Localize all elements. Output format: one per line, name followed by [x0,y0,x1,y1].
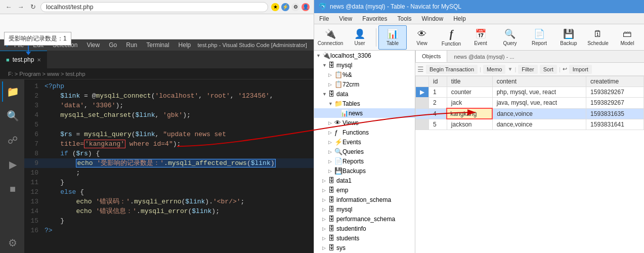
menu-help[interactable]: Help [448,13,471,24]
menu-view[interactable]: View [82,39,104,51]
tree-item-performance-schema[interactable]: ▷ 🗄 performance_schema [314,214,415,224]
toolbar-schedule[interactable]: 🗓 Schedule [584,25,612,50]
tree-item-views[interactable]: ▷ 👁 Views [314,118,415,128]
sort-btn[interactable]: Sort [540,65,557,74]
toolbar-view[interactable]: 👁 View [408,25,436,50]
tree-item-emp[interactable]: ▷ 🗄 emp [314,185,415,195]
tab-news-data[interactable]: news @data (mysql) - ... [447,51,521,62]
memo-btn[interactable]: Memo [483,65,506,74]
menu-terminal[interactable]: Terminal [142,39,173,51]
table-row-selected[interactable]: 4 kangkang dance,voince 1593831635 [416,108,644,119]
tree-label: Views [342,119,413,126]
tab-testphp[interactable]: ■ test.php ✕ [0,51,47,68]
tree-label: sys [336,244,413,251]
url-bar[interactable] [40,2,268,12]
menu-go[interactable]: Go [105,39,121,51]
cell-content: dance,voince [492,119,586,130]
table-icon: 📋 [334,80,342,88]
event-icon: ⚡ [334,138,342,146]
arrow-icon: ▷ [322,188,328,193]
tree-label: emp [336,187,413,194]
toolbar-user[interactable]: 👤 User [346,25,374,50]
arrow-icon: ▷ [322,197,328,202]
forward-button[interactable]: → [16,3,25,12]
menu-tools[interactable]: Tools [393,13,417,24]
tree-item-studentinfo[interactable]: ▷ 🗄 studentinfo [314,224,415,233]
tree-item-functions[interactable]: ▷ ƒ Functions [314,128,415,137]
db-icon: 🗄 [328,234,336,242]
toolbar-model[interactable]: 🗃 Model [613,25,641,50]
tree-item-mysql[interactable]: ▼ 🗄 mysql [314,60,415,70]
toolbar-backup[interactable]: 💾 Backup [554,25,583,50]
debug-icon[interactable]: ▶ [2,154,22,175]
toolbar-query[interactable]: 🔍 Query [496,25,524,50]
toolbar-event-label: Event [474,40,487,46]
import-btn[interactable]: Import [569,65,592,74]
tree-label: data [336,91,413,98]
cell-content: java, mysql, vue, react [492,98,586,109]
tree-item-percent[interactable]: ▷ 📋 %& [314,70,415,79]
toolbar-query-label: Query [503,40,517,46]
tree-item-news[interactable]: 📊 news [314,108,415,118]
begin-transaction-btn[interactable]: Begin Transaction [426,65,478,74]
toolbar-schedule-label: Schedule [587,40,609,46]
code-line-3: 3 'data', '3306'); [24,101,314,110]
tree-item-sys[interactable]: ▷ 🗄 sys [314,243,415,252]
data-table-container[interactable]: id title content createtime ▶ 1 counter … [415,76,644,253]
navicat-tree[interactable]: ▼ 🔌 localhost_3306 ▼ 🗄 mysql ▷ 📋 %& ▷ 📋 … [314,51,415,253]
extensions-icon[interactable]: ■ [2,179,22,199]
toolbar-report[interactable]: 📄 Report [525,25,553,50]
arrow-icon: ▷ [322,236,328,241]
toolbar-function[interactable]: f Function [437,25,465,50]
menu-run[interactable]: Run [122,39,141,51]
code-editor[interactable]: 1 <?php 2 $link = @mysqli_connect('local… [24,79,314,253]
tree-label: mysql [336,62,413,69]
menu-file[interactable]: File [314,13,334,24]
tree-item-events[interactable]: ▷ ⚡ Events [314,137,415,147]
tree-item-mysql2[interactable]: ▷ 🗄 mysql [314,204,415,214]
table-row[interactable]: ▶ 1 counter php, mysql, vue, react 15938… [416,87,644,98]
tree-item-data1[interactable]: ▷ 🗄 data1 [314,176,415,185]
search-sidebar-icon[interactable]: 🔍 [2,106,22,126]
tree-item-information-schema[interactable]: ▷ 🗄 information_schema [314,195,415,204]
cell-content: php, mysql, vue, react [492,87,586,98]
tree-item-data[interactable]: ▼ 🗄 data [314,89,415,99]
menu-view[interactable]: View [334,13,357,24]
tree-item-reports[interactable]: ▷ 📄 Reports [314,156,415,166]
tree-item-backups[interactable]: ▷ 💾 Backups [314,166,415,176]
row-marker: ▶ [416,87,429,98]
tree-item-students[interactable]: ▷ 🗄 students [314,233,415,243]
menu-favorites[interactable]: Favorites [357,13,392,24]
git-icon[interactable]: ☍ [2,130,22,150]
news-table-icon: 📊 [340,109,349,117]
tree-label: information_schema [336,196,413,203]
filter-btn[interactable]: Filter [518,65,537,74]
flask-icon[interactable]: ⚙ [2,233,22,253]
toolbar-table[interactable]: 📊 Table [378,25,407,50]
explorer-icon[interactable]: 📁 [2,81,22,102]
tree-item-localhost[interactable]: ▼ 🔌 localhost_3306 [314,51,415,60]
bookmark-icon: ★ [271,3,279,11]
table-row[interactable]: 5 jackson dance,voince 1593831641 [416,119,644,130]
menu-help[interactable]: Help [175,39,195,51]
tree-label: Queries [342,148,413,155]
refresh-button[interactable]: ↻ [28,3,37,12]
menu-window[interactable]: Window [417,13,449,24]
tree-item-72crm[interactable]: ▷ 📋 72crm [314,79,415,89]
back-button[interactable]: ← [4,3,13,12]
arrow-icon: ▷ [322,207,328,212]
tab-objects[interactable]: Objects [415,51,447,62]
tree-item-queries[interactable]: ▷ 🔍 Queries [314,147,415,156]
navicat-toolbar: 🔌 Connection 👤 User 📊 Table 👁 View f Fun… [314,24,644,51]
code-line-13: 13 echo '错误码：'.mysqli_errno($link).'<br/… [24,197,314,206]
toolbar-connection[interactable]: 🔌 Connection [316,25,345,50]
tab-close[interactable]: ✕ [37,57,41,63]
navicat-tabs: Objects news @data (mysql) - ... [415,51,644,63]
table-row[interactable]: 2 jack java, mysql, vue, react 159382926… [416,98,644,109]
tree-label: Tables [342,100,413,107]
db-icon: 🗄 [328,90,336,98]
toolbar-event[interactable]: 📅 Event [466,25,495,50]
cell-title: jackson [447,119,492,130]
col-id: id [429,76,447,87]
tree-item-tables[interactable]: ▼ 📁 Tables [314,99,415,108]
